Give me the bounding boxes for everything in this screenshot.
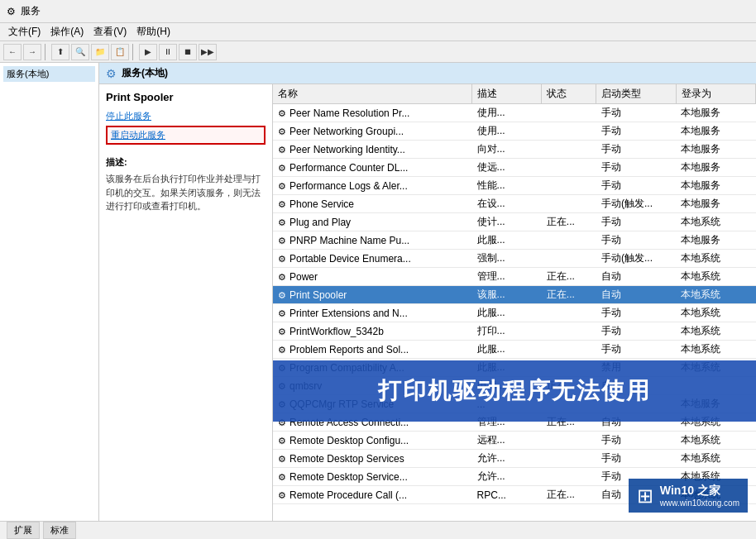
- col-name[interactable]: 名称: [273, 84, 472, 104]
- windows-logo-icon: ⊞: [637, 484, 653, 508]
- tab-standard[interactable]: 标准: [43, 522, 76, 539]
- col-login[interactable]: 登录为: [676, 84, 755, 104]
- cell-name: ⚙Peer Name Resolution Pr...: [273, 104, 472, 122]
- toolbar: ← → ⬆ 🔍 📁 📋 ▶ ⏸ ⏹ ▶▶: [0, 41, 756, 63]
- cell-status: [542, 122, 596, 141]
- cell-startup: 手动: [596, 304, 676, 322]
- service-icon: ⚙: [278, 181, 286, 191]
- description-label: 描述:: [106, 156, 266, 169]
- toolbar-separator: [45, 44, 48, 60]
- cell-desc: 此服...: [472, 304, 542, 322]
- overlay-text: 打印机驱动程序无法使用: [378, 378, 651, 403]
- table-row[interactable]: ⚙Performance Logs & Aler... 性能... 手动 本地服…: [273, 177, 756, 195]
- table-row[interactable]: ⚙Portable Device Enumera... 强制... 手动(触发.…: [273, 250, 756, 268]
- table-row[interactable]: ⚙Printer Extensions and N... 此服... 手动 本地…: [273, 304, 756, 322]
- stop-service-link[interactable]: 停止此服务: [106, 110, 266, 122]
- cell-status: 正在...: [542, 486, 596, 504]
- cell-status: [542, 322, 596, 341]
- cell-startup: 手动: [596, 231, 676, 250]
- table-row[interactable]: ⚙Print Spooler 该服... 正在... 自动 本地系统: [273, 286, 756, 304]
- cell-login: 本地系统: [676, 341, 755, 359]
- search-button[interactable]: 🔍: [71, 44, 89, 60]
- stop-button[interactable]: ⏹: [179, 44, 197, 60]
- cell-login: 本地系统: [676, 322, 755, 341]
- window-title: 服务: [21, 4, 41, 18]
- cell-desc: 打印...: [472, 322, 542, 341]
- table-row[interactable]: ⚙PNRP Machine Name Pu... 此服... 手动 本地服务: [273, 231, 756, 250]
- cell-startup: 自动: [596, 286, 676, 304]
- table-row[interactable]: ⚙Peer Name Resolution Pr... 使用... 手动 本地服…: [273, 104, 756, 122]
- forward-button[interactable]: →: [23, 44, 41, 60]
- col-status[interactable]: 状态: [542, 84, 596, 104]
- cell-login: 本地系统: [676, 304, 755, 322]
- cell-desc: 允许...: [472, 450, 542, 468]
- content-header: ⚙ 服务(本地): [99, 63, 756, 84]
- cell-status: [542, 177, 596, 195]
- service-icon: ⚙: [278, 345, 286, 355]
- service-icon: ⚙: [278, 126, 286, 136]
- copy-button[interactable]: 📋: [111, 44, 129, 60]
- sidebar: 服务(本地): [0, 63, 99, 521]
- cell-status: [542, 195, 596, 213]
- content-area: ⚙ 服务(本地) Print Spooler 停止此服务 重启动此服务 描述: …: [99, 63, 756, 521]
- menu-action[interactable]: 操作(A): [45, 23, 89, 41]
- restart-service-button[interactable]: 重启动此服务: [106, 126, 266, 145]
- menu-file[interactable]: 文件(F): [3, 23, 45, 41]
- cell-status: [542, 250, 596, 268]
- overlay-banner: 打印机驱动程序无法使用: [273, 360, 756, 422]
- table-row[interactable]: ⚙Power 管理... 正在... 自动 本地系统: [273, 268, 756, 286]
- window-icon: ⚙: [7, 6, 16, 17]
- watermark: ⊞ Win10 之家 www.win10xtong.com: [629, 479, 748, 513]
- cell-status: [542, 231, 596, 250]
- cell-startup: 手动: [596, 450, 676, 468]
- cell-login: 本地服务: [676, 177, 755, 195]
- right-panel[interactable]: 名称 描述 状态 启动类型 登录为 ⚙Peer Name Resolution …: [273, 84, 756, 521]
- content-header-icon: ⚙: [106, 67, 117, 80]
- cell-desc: 使用...: [472, 122, 542, 141]
- col-desc[interactable]: 描述: [472, 84, 542, 104]
- restart-toolbar-button[interactable]: ▶▶: [199, 44, 217, 60]
- cell-status: [542, 141, 596, 159]
- table-row[interactable]: ⚙Plug and Play 使计... 正在... 手动 本地系统: [273, 213, 756, 231]
- cell-name: ⚙Performance Logs & Aler...: [273, 177, 472, 195]
- menu-view[interactable]: 查看(V): [89, 23, 132, 41]
- table-row[interactable]: ⚙Peer Networking Groupi... 使用... 手动 本地服务: [273, 122, 756, 141]
- cell-desc: 该服...: [472, 286, 542, 304]
- cell-name: ⚙Remote Desktop Services: [273, 450, 472, 468]
- service-icon: ⚙: [278, 145, 286, 155]
- table-header-row: 名称 描述 状态 启动类型 登录为: [273, 84, 756, 104]
- cell-status: [542, 104, 596, 122]
- cell-startup: 手动: [596, 122, 676, 141]
- cell-name: ⚙Peer Networking Identity...: [273, 141, 472, 159]
- table-row[interactable]: ⚙PrintWorkflow_5342b 打印... 手动 本地系统: [273, 322, 756, 341]
- folder-button[interactable]: 📁: [91, 44, 109, 60]
- cell-desc: 使计...: [472, 213, 542, 231]
- cell-login: 本地系统: [676, 213, 755, 231]
- menu-help[interactable]: 帮助(H): [132, 23, 175, 41]
- back-button[interactable]: ←: [3, 44, 22, 60]
- cell-startup: 手动: [596, 177, 676, 195]
- table-row[interactable]: ⚙Phone Service 在设... 手动(触发... 本地服务: [273, 195, 756, 213]
- cell-startup: 手动: [596, 141, 676, 159]
- pause-button[interactable]: ⏸: [159, 44, 177, 60]
- cell-startup: 手动: [596, 432, 676, 450]
- split-view: Print Spooler 停止此服务 重启动此服务 描述: 该服务在后台执行打…: [99, 84, 756, 521]
- col-startup[interactable]: 启动类型: [596, 84, 676, 104]
- start-button[interactable]: ▶: [139, 44, 157, 60]
- table-row[interactable]: ⚙Problem Reports and Sol... 此服... 手动 本地系…: [273, 341, 756, 359]
- description-text: 该服务在后台执行打印作业并处理与打印机的交互。如果关闭该服务，则无法进行打印或查…: [106, 172, 266, 213]
- cell-startup: 手动: [596, 104, 676, 122]
- cell-name: ⚙Printer Extensions and N...: [273, 304, 472, 322]
- cell-login: 本地系统: [676, 250, 755, 268]
- service-icon: ⚙: [278, 290, 286, 300]
- table-row[interactable]: ⚙Performance Counter DL... 使远... 手动 本地服务: [273, 159, 756, 177]
- up-button[interactable]: ⬆: [51, 44, 69, 60]
- table-row[interactable]: ⚙Remote Desktop Configu... 远程... 手动 本地系统: [273, 432, 756, 450]
- tab-extended[interactable]: 扩展: [7, 522, 40, 539]
- cell-name: ⚙Performance Counter DL...: [273, 159, 472, 177]
- table-row[interactable]: ⚙Peer Networking Identity... 向对... 手动 本地…: [273, 141, 756, 159]
- cell-status: 正在...: [542, 213, 596, 231]
- cell-status: 正在...: [542, 286, 596, 304]
- service-icon: ⚙: [278, 108, 286, 118]
- table-row[interactable]: ⚙Remote Desktop Services 允许... 手动 本地系统: [273, 450, 756, 468]
